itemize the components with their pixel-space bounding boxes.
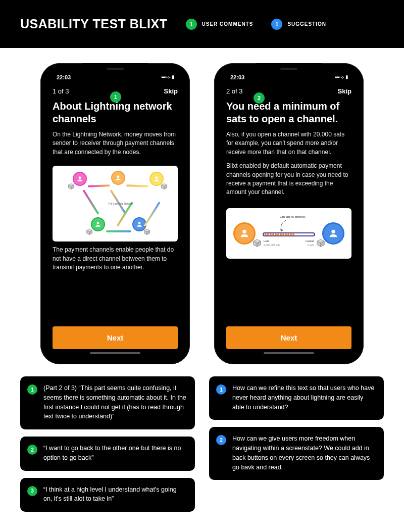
user-comment-card: 2 “I want to go back to the other one bu… <box>20 437 195 471</box>
node-sats: 1,000,000 sats <box>264 244 280 247</box>
page-title: USABILITY TEST BLIXT <box>20 17 168 31</box>
comment-text: “I think at a high level I understand wh… <box>43 485 187 504</box>
node-name: Lamar <box>306 239 314 243</box>
annotation-badge: 1 <box>110 91 121 103</box>
comment-text: (Part 2 of 3) “This part seems quite con… <box>43 383 187 421</box>
svg-point-2 <box>156 177 158 179</box>
skip-button[interactable]: Skip <box>164 87 178 95</box>
svg-point-17 <box>242 229 246 233</box>
svg-marker-25 <box>280 229 283 231</box>
annotation-badge: 2 <box>254 92 265 104</box>
phone-notch <box>82 63 148 74</box>
svg-point-18 <box>331 229 335 233</box>
next-button[interactable]: Next <box>226 326 351 349</box>
suggestion-text: How can we give users more freedom when … <box>232 434 376 472</box>
screen-paragraph: Also, if you open a channel with 20,000 … <box>226 130 351 157</box>
legend-label: SUGGESTION <box>287 21 326 27</box>
suggestion-card: 2 How can we give users more freedom whe… <box>209 427 384 480</box>
svg-point-0 <box>79 177 81 179</box>
legend-label: USER COMMENTS <box>202 21 254 27</box>
user-comment-card: 3 “I think at a high level I understand … <box>20 478 195 512</box>
user-comment-card: 1 (Part 2 of 3) “This part seems quite c… <box>20 376 195 429</box>
svg-point-3 <box>97 222 99 225</box>
badge-icon: 1 <box>271 19 282 30</box>
diagram-caption: The Lightning Network <box>108 202 133 205</box>
badge-icon: 1 <box>27 384 37 395</box>
badge-icon: 2 <box>27 445 37 455</box>
skip-button[interactable]: Skip <box>338 87 351 95</box>
phone-notch <box>256 63 322 74</box>
screen-paragraph: The payment channels enable people that … <box>53 246 178 272</box>
badge-icon: 2 <box>216 435 226 445</box>
screen-title: About Lightning network channels <box>53 100 178 125</box>
badge-icon: 1 <box>216 384 226 395</box>
node-name: Lori <box>264 239 269 243</box>
node-sats: 0 sats <box>308 244 314 247</box>
network-diagram-illustration: The Lightning Network <box>53 166 178 241</box>
svg-point-1 <box>117 176 120 178</box>
phone-mockup-1: 22:03 ▪▪▪▫ ⟡ ▮ 1 of 3 Skip About Lightni… <box>40 63 190 364</box>
arrow-label: Lori opens channel <box>280 215 306 218</box>
status-icons: ▪▪▪▫ ⟡ ▮ <box>161 74 178 80</box>
screen-title: You need a minimum of sats to open a cha… <box>226 100 351 125</box>
status-time: 22:03 <box>53 74 71 80</box>
status-icons: ▪▪▪▫ ⟡ ▮ <box>335 74 351 80</box>
user-comments-column: 1 (Part 2 of 3) “This part seems quite c… <box>20 376 195 512</box>
comment-text: “I want to go back to the other one but … <box>43 444 187 463</box>
suggestions-column: 1 How can we refine this text so that us… <box>209 376 384 512</box>
home-indicator <box>90 352 140 354</box>
badge-icon: 3 <box>27 486 37 496</box>
next-button[interactable]: Next <box>53 326 178 349</box>
status-time: 22:03 <box>226 74 244 80</box>
suggestion-text: How can we refine this text so that user… <box>232 383 376 412</box>
svg-point-4 <box>138 222 141 225</box>
pager-indicator: 1 of 3 <box>53 87 69 95</box>
suggestion-card: 1 How can we refine this text so that us… <box>209 376 384 420</box>
screen-paragraph: On the Lightning Network, money moves fr… <box>53 130 178 157</box>
legend-suggestion: 1 SUGGESTION <box>271 19 326 30</box>
screen-paragraph: Blixt enabled by default automatic payme… <box>226 162 351 197</box>
channel-diagram-illustration: Lori opens channel Lori 1,000,000 sats L… <box>226 208 351 259</box>
phone-mockup-2: 22:03 ▪▪▪▫ ⟡ ▮ 2 of 3 Skip You need a mi… <box>214 63 364 364</box>
comments-section: 1 (Part 2 of 3) “This part seems quite c… <box>0 376 404 527</box>
phones-row: 22:03 ▪▪▪▫ ⟡ ▮ 1 of 3 Skip About Lightni… <box>0 48 404 376</box>
header: USABILITY TEST BLIXT 1 USER COMMENTS 1 S… <box>0 0 404 48</box>
home-indicator <box>264 352 314 354</box>
badge-icon: 1 <box>186 19 197 30</box>
legend-user-comments: 1 USER COMMENTS <box>186 19 254 30</box>
pager-indicator: 2 of 3 <box>226 87 243 95</box>
